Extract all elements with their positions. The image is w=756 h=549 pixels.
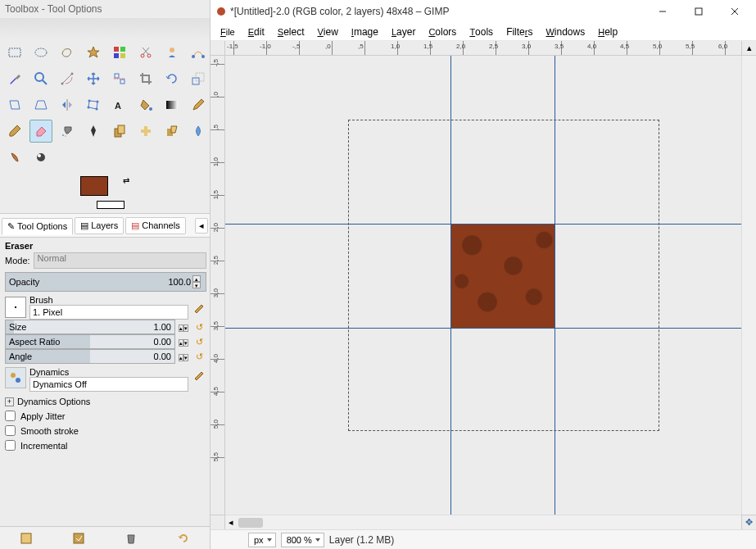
horizontal-scrollbar[interactable]: ◂ [225,515,741,529]
smudge-tool[interactable] [3,146,26,169]
fuzzy-select-tool[interactable] [82,41,105,64]
perspective-clone-tool[interactable] [161,120,183,143]
menu-image[interactable]: Image [345,24,385,40]
brush-preview[interactable] [5,297,26,318]
aspect-stepper[interactable]: ▴▾ [179,337,188,347]
angle-reset-button[interactable]: ↺ [192,349,206,364]
flip-tool[interactable] [56,93,79,116]
bucket-fill-tool[interactable] [134,93,157,116]
menu-filters[interactable]: Filters [500,24,539,40]
fg-bg-swatches[interactable]: ⇄ [80,176,129,209]
tab-menu-button[interactable]: ◂ [195,218,208,234]
quick-mask-button[interactable] [211,515,225,529]
dodge-tool[interactable] [29,146,52,169]
swap-colors-icon[interactable]: ⇄ [123,176,129,185]
foreground-select-tool[interactable] [161,41,183,64]
menu-layer[interactable]: Layer [385,24,422,40]
zoom-combo[interactable]: 800 % [281,533,324,547]
by-color-select-tool[interactable] [108,41,131,64]
opacity-slider[interactable]: Opacity 100.0 ▴ ▾ [5,272,206,292]
aspect-reset-button[interactable]: ↺ [192,334,206,349]
crop-tool[interactable] [134,67,157,90]
clone-tool[interactable] [108,120,131,143]
tab-tool-options[interactable]: ✎ Tool Options [2,218,73,235]
incremental-check[interactable]: Incremental [5,440,206,451]
vertical-ruler[interactable]: -,5,0,51,01,52,02,53,03,54,04,55,05,5 [211,56,225,515]
cage-tool[interactable] [82,93,105,116]
brush-name-input[interactable] [29,305,188,320]
heal-tool[interactable] [134,120,157,143]
mode-select[interactable]: Normal [34,252,206,269]
maximize-button[interactable] [681,0,717,23]
restore-options-button[interactable] [70,530,87,547]
align-tool[interactable] [108,67,131,90]
blur-tool[interactable] [187,120,210,143]
menu-tools[interactable]: Tools [463,24,500,40]
units-combo[interactable]: px [248,533,276,547]
navigation-button[interactable]: ✥ [741,515,756,529]
smooth-stroke-check[interactable]: Smooth stroke [5,425,206,436]
opacity-down[interactable]: ▾ [192,282,201,288]
canvas[interactable] [225,56,741,515]
ink-tool[interactable] [82,120,105,143]
free-select-tool[interactable] [56,41,79,64]
menu-windows[interactable]: Windows [539,24,591,40]
foreground-color-swatch[interactable] [80,176,108,196]
perspective-tool[interactable] [29,93,52,116]
aspect-slider[interactable]: Aspect Ratio 0.00 [5,334,175,349]
smooth-stroke-checkbox[interactable] [5,425,16,436]
background-color-swatch[interactable] [97,201,124,209]
scissors-tool[interactable] [134,41,157,64]
menu-edit[interactable]: Edit [242,24,271,40]
rotate-tool[interactable] [161,67,183,90]
scale-tool[interactable] [187,67,210,90]
ruler-arrow-button[interactable]: ▴ [741,41,756,56]
blend-tool[interactable] [161,93,183,116]
tab-tool-options-label: Tool Options [17,221,67,231]
menu-help[interactable]: Help [591,24,624,40]
dynamics-icon[interactable] [5,367,26,388]
airbrush-tool[interactable] [56,120,79,143]
dynamics-edit-button[interactable] [192,367,206,382]
tab-layers[interactable]: ▤ Layers [75,217,124,234]
measure-tool[interactable] [56,67,79,90]
tab-channels[interactable]: ▤ Channels [125,217,185,234]
rect-select-tool[interactable] [3,41,26,64]
reset-options-button[interactable] [175,530,192,547]
opacity-up[interactable]: ▴ [192,275,201,282]
delete-options-button[interactable] [123,530,139,547]
size-stepper[interactable]: ▴▾ [179,322,188,332]
paintbrush-tool[interactable] [3,120,26,143]
zoom-tool[interactable] [29,67,52,90]
minimize-button[interactable] [645,0,681,23]
dynamics-input[interactable] [29,377,188,392]
dynamics-options-expander[interactable]: + Dynamics Options [5,397,206,406]
close-button[interactable] [717,0,753,23]
size-reset-button[interactable]: ↺ [192,320,206,334]
brush-edit-button[interactable] [192,300,206,315]
menu-file[interactable]: File [214,24,242,40]
vertical-scrollbar[interactable] [741,56,756,515]
eraser-tool[interactable] [29,120,52,143]
ruler-corner[interactable] [211,41,225,56]
menu-view[interactable]: View [310,24,344,40]
ellipse-select-tool[interactable] [29,41,52,64]
apply-jitter-checkbox[interactable] [5,411,16,421]
horizontal-ruler[interactable]: -1,5-1,0-,5,0,51,01,52,02,53,03,54,04,55… [225,41,741,56]
size-slider[interactable]: Size 1.00 [5,320,175,334]
opacity-stepper[interactable]: ▴ ▾ [192,275,202,288]
angle-stepper[interactable]: ▴▾ [179,352,188,361]
menu-colors[interactable]: Colors [422,24,463,40]
paths-tool[interactable] [187,41,210,64]
text-tool[interactable]: A [108,93,131,116]
shear-tool[interactable] [3,93,26,116]
menu-select[interactable]: Select [271,24,311,40]
apply-jitter-check[interactable]: Apply Jitter [5,411,206,421]
angle-slider[interactable]: Angle 0.00 [5,349,175,364]
move-tool[interactable] [82,67,105,90]
pencil-tool[interactable] [187,93,210,116]
save-options-button[interactable] [18,530,34,547]
svg-point-18 [88,100,91,102]
color-picker-tool[interactable] [3,67,26,90]
incremental-checkbox[interactable] [5,440,16,451]
